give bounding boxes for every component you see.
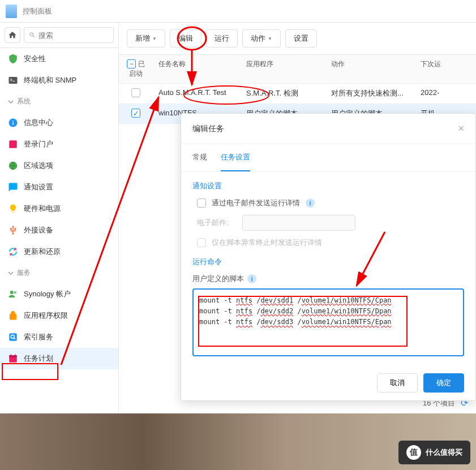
- shield-icon: [8, 54, 18, 64]
- info-icon: [8, 118, 18, 128]
- sidebar-group-system[interactable]: 系统: [0, 91, 118, 112]
- bulb-icon: [8, 204, 18, 214]
- watermark-icon: 值: [406, 445, 421, 460]
- section-run: 运行命令: [192, 257, 464, 267]
- caret-icon: ▼: [268, 36, 272, 41]
- settings-button[interactable]: 设置: [285, 29, 317, 48]
- sidebar-item-notify[interactable]: 通知设置: [0, 176, 118, 198]
- terminal-icon: [8, 75, 18, 85]
- tab-task-settings[interactable]: 任务设置: [221, 144, 250, 171]
- svg-point-5: [10, 291, 14, 294]
- dialog-title: 编辑任务: [192, 124, 224, 134]
- chevron-down-icon: [8, 99, 14, 105]
- table-header: − 已启动 任务名称 应用程序 动作 下次运: [119, 55, 476, 84]
- table-row[interactable]: Auto S.M.A.R.T. Test S.M.A.R.T. 检测 对所有支持…: [119, 84, 476, 104]
- info-icon[interactable]: i: [247, 274, 256, 283]
- row-checkbox[interactable]: [131, 88, 140, 97]
- lock-icon: [8, 311, 18, 321]
- refresh-icon: [8, 247, 18, 257]
- sidebar-item-privilege[interactable]: 应用程序权限: [0, 305, 118, 326]
- app-icon: [6, 5, 17, 18]
- new-button[interactable]: 新增▼: [127, 29, 165, 48]
- info-icon[interactable]: i: [306, 199, 315, 208]
- home-button[interactable]: [5, 27, 20, 43]
- tab-general[interactable]: 常规: [192, 144, 207, 171]
- row-checkbox[interactable]: ✓: [131, 109, 140, 118]
- title-bar: 控制面板: [0, 0, 476, 23]
- sidebar-item-label: 终端机和 SNMP: [24, 75, 76, 85]
- svg-rect-0: [9, 77, 18, 84]
- globe-icon: [8, 161, 18, 171]
- sidebar-item-external[interactable]: 外接设备: [0, 219, 118, 241]
- chevron-down-icon: [8, 270, 14, 276]
- sidebar: 安全性 终端机和 SNMP 系统 信息中心 登录门户 区域选项 通知设置 硬件和…: [0, 23, 119, 413]
- sidebar-item-task-scheduler[interactable]: 任务计划: [0, 348, 118, 369]
- search-field[interactable]: [38, 31, 109, 40]
- watermark: 值 什么值得买: [398, 441, 470, 464]
- portal-icon: [8, 139, 18, 149]
- search-input[interactable]: [24, 27, 114, 43]
- sidebar-item-info[interactable]: 信息中心: [0, 112, 118, 133]
- script-label: 用户定义的脚本 i: [192, 274, 464, 284]
- sidebar-item-update[interactable]: 更新和还原: [0, 241, 118, 262]
- cancel-button[interactable]: 取消: [377, 373, 418, 393]
- edit-button[interactable]: 编辑: [170, 29, 201, 48]
- sidebar-item-hardware[interactable]: 硬件和电源: [0, 198, 118, 219]
- section-notify: 通知设置: [192, 181, 464, 191]
- header-action[interactable]: 动作: [325, 55, 415, 83]
- header-enabled[interactable]: − 已启动: [119, 55, 153, 83]
- usb-icon: [8, 225, 18, 235]
- toolbar: 新增▼ 编辑 运行 动作▼ 设置: [119, 23, 476, 55]
- sidebar-group-services[interactable]: 服务: [0, 262, 118, 283]
- sidebar-item-terminal[interactable]: 终端机和 SNMP: [0, 70, 118, 91]
- svg-rect-10: [9, 355, 17, 357]
- svg-rect-7: [9, 333, 17, 341]
- caret-icon: ▼: [152, 36, 157, 41]
- action-button[interactable]: 动作▼: [242, 29, 281, 48]
- svg-point-6: [14, 291, 17, 294]
- search-service-icon: [8, 332, 18, 342]
- send-email-row[interactable]: 通过电子邮件发送运行详情 i: [192, 198, 464, 208]
- svg-rect-2: [9, 140, 17, 148]
- sidebar-item-security[interactable]: 安全性: [0, 48, 118, 70]
- sidebar-item-account[interactable]: Synology 帐户: [0, 283, 118, 305]
- only-error-row: 仅在脚本异常终止时发送运行详情: [192, 238, 464, 248]
- user-icon: [8, 289, 18, 299]
- script-textarea[interactable]: mount -t ntfs /dev/sdd1 /volume1/win10NT…: [192, 288, 464, 356]
- checkbox-indeterminate[interactable]: −: [127, 59, 136, 68]
- calendar-icon: [8, 353, 18, 364]
- app-title: 控制面板: [23, 6, 52, 16]
- sidebar-item-region[interactable]: 区域选项: [0, 155, 118, 176]
- search-icon: [29, 31, 36, 39]
- ok-button[interactable]: 确定: [423, 373, 464, 393]
- checkbox: [197, 238, 206, 247]
- chat-icon: [8, 182, 18, 192]
- header-app[interactable]: 应用程序: [241, 55, 325, 83]
- checkbox[interactable]: [197, 199, 206, 208]
- header-next[interactable]: 下次运: [415, 55, 476, 83]
- close-button[interactable]: ×: [458, 123, 464, 135]
- edit-task-dialog: 编辑任务 × 常规 任务设置 通知设置 通过电子邮件发送运行详情 i 电子邮件:…: [181, 113, 476, 401]
- email-input: [242, 215, 355, 231]
- sidebar-item-label: 安全性: [24, 54, 46, 64]
- sidebar-item-index[interactable]: 索引服务: [0, 326, 118, 348]
- run-button[interactable]: 运行: [206, 29, 238, 48]
- email-field-row: 电子邮件:: [192, 215, 464, 231]
- header-name[interactable]: 任务名称: [153, 55, 241, 83]
- sidebar-item-login[interactable]: 登录门户: [0, 133, 118, 155]
